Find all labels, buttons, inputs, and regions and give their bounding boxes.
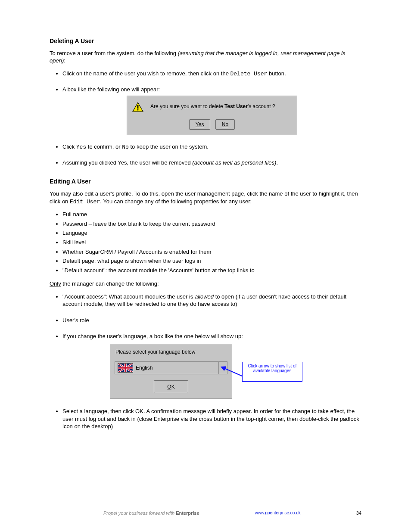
text: A box like the following one will appear… [62, 86, 160, 93]
svg-marker-8 [221, 367, 225, 369]
list-item: If you change the user's language, a box… [62, 333, 361, 399]
svg-point-2 [137, 109, 138, 110]
list-item: User's role [62, 317, 361, 324]
section-heading-delete: Deleting A User [50, 37, 361, 45]
button-name: Delete User [230, 71, 267, 77]
callout-box: Click arrow to show list of available la… [242, 362, 302, 382]
button-name: Edit User [70, 199, 100, 205]
text: button. [267, 70, 286, 77]
footer-brand-name: Enterprise [176, 510, 199, 516]
list-item: Skill level [62, 239, 361, 246]
button-name: Yes [76, 144, 86, 150]
language-dropdown-value: English [136, 364, 153, 371]
list-item: Language [62, 229, 361, 237]
text: . You can change any of the following pr… [100, 198, 228, 205]
list-item: Select a language, then click OK. A conf… [62, 408, 361, 430]
text-italic: allowed [195, 293, 215, 300]
list-item: Whether SugarCRM / Payroll / Accounts is… [62, 248, 361, 256]
list-item: Default page: what page is shown when th… [62, 257, 361, 265]
yes-button-label: Yes [196, 121, 204, 128]
language-dropdown[interactable]: English [115, 361, 227, 374]
language-select-dialog: Please select your language below [110, 344, 232, 399]
list-item: Click Yes to confirm, or No to keep the … [62, 143, 361, 151]
dialog-user-name: Test User [224, 103, 248, 109]
list-item: Assuming you clicked Yes, the user will … [62, 159, 361, 167]
dialog-title: Please select your language below [115, 348, 227, 355]
text: to keep the user on the system. [129, 143, 209, 150]
text-underline: any [229, 198, 238, 205]
list-item: Full name [62, 211, 361, 218]
list-item: Click on the name of the user you wish t… [62, 70, 361, 78]
text: Are you sure you want to delete [150, 103, 224, 109]
text-underline: Only [50, 280, 61, 287]
dialog-message: Are you sure you want to delete Test Use… [150, 102, 275, 110]
text: Click on the name of the user you wish t… [62, 70, 230, 77]
no-button-label: No [222, 121, 228, 128]
page-footer: Propel your business forward with Enterp… [0, 510, 411, 516]
footer-link[interactable]: www.goenterprise.co.uk [255, 510, 301, 516]
text: Assuming you clicked Yes, the user will … [62, 159, 192, 166]
yes-button[interactable]: Yes [189, 119, 211, 130]
ok-button-rest: K [171, 384, 175, 390]
edit-intro: You may also edit a user's profile. To d… [50, 190, 361, 205]
text: If you change the user's language, a box… [62, 333, 243, 339]
no-button[interactable]: No [215, 119, 235, 130]
text: the manager can change the following: [61, 280, 159, 287]
list-item: Password – leave the box blank to keep t… [62, 220, 361, 228]
page-number: 34 [356, 510, 361, 516]
confirm-delete-dialog: Are you sure you want to delete Test Use… [127, 96, 297, 135]
text: 's account ? [248, 103, 275, 109]
chevron-down-icon[interactable] [218, 362, 227, 374]
list-item: A box like the following one will appear… [62, 86, 361, 136]
svg-rect-1 [137, 105, 139, 109]
svg-rect-7 [118, 367, 132, 368]
delete-intro: To remove a user from the system, do the… [50, 50, 361, 65]
list-item: "Default account": the account module th… [62, 267, 361, 274]
manager-only-intro: Only the manager can change the followin… [50, 280, 361, 288]
ok-button-mnemonic: O [167, 384, 171, 390]
flag-uk-icon [118, 363, 133, 373]
footer-brand: Propel your business forward with Enterp… [103, 510, 199, 516]
list-item: "Account access": What account modules t… [62, 293, 361, 308]
manager-properties-list: "Account access": What account modules t… [50, 293, 361, 430]
text: to confirm, or [86, 143, 122, 150]
text-italic: (account as well as personal files) [192, 159, 276, 166]
button-name: No [122, 144, 129, 150]
properties-list: Full name Password – leave the box blank… [50, 211, 361, 274]
text: . [276, 159, 278, 166]
text: : [64, 57, 65, 64]
section-heading-edit: Editing A User [50, 177, 361, 186]
text: user: [238, 198, 252, 205]
text: "Account access": What account modules t… [62, 293, 195, 300]
text: To remove a user from the system, do the… [50, 50, 178, 56]
text: Click [62, 143, 76, 150]
ok-button[interactable]: OK [154, 380, 188, 393]
warning-icon [132, 102, 143, 112]
text: Propel your business forward with [103, 510, 176, 516]
